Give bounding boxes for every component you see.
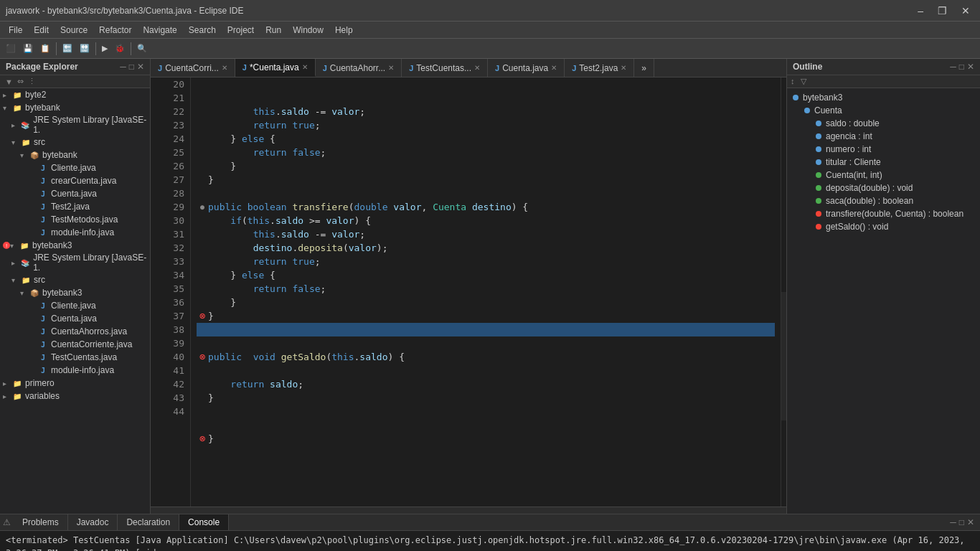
toolbar-button[interactable]: ⬛ <box>3 42 19 55</box>
bottom-tab-console[interactable]: Console <box>179 514 229 530</box>
toolbar-button[interactable]: 🔛 <box>77 42 93 55</box>
bottom-tab-declaration[interactable]: Declaration <box>118 514 179 530</box>
editor-tab-1[interactable]: J*Cuenta.java✕ <box>235 59 316 77</box>
tab-close-icon[interactable]: ✕ <box>551 64 557 72</box>
tree-item[interactable]: Jmodule-info.java <box>0 364 150 377</box>
editor-tab-0[interactable]: JCuentaCorri...✕ <box>151 59 235 77</box>
editor-tab-6[interactable]: » <box>634 59 654 77</box>
outline-item[interactable]: Cuenta <box>787 104 980 117</box>
toolbar-button[interactable]: 🔙 <box>60 42 75 55</box>
tree-item[interactable]: JcrearCuenta.java <box>0 174 150 187</box>
tree-item[interactable]: JCliente.java <box>0 299 150 312</box>
tree-item[interactable]: !▾📁bytebank3 <box>0 239 150 252</box>
tab-close-icon[interactable]: ✕ <box>474 64 480 72</box>
code-line <box>197 187 775 200</box>
bottom-minimize-icon[interactable]: ─ <box>950 517 956 527</box>
outline-filter-icon[interactable]: ▽ <box>798 77 809 86</box>
outline-item[interactable]: transfiere(double, Cuenta) : boolean <box>787 207 980 220</box>
close-button[interactable]: ✕ <box>957 5 974 17</box>
bottom-tab-problems[interactable]: Problems <box>14 514 68 530</box>
line-number: 28 <box>168 187 184 200</box>
outline-item[interactable]: agencia : int <box>787 130 980 143</box>
tree-node-label: CuentaAhorros.java <box>51 326 127 336</box>
menu-item-navigate[interactable]: Navigate <box>137 24 182 37</box>
toolbar-button[interactable]: 📋 <box>37 42 53 55</box>
pe-collapse-icon[interactable]: ▼ <box>3 77 15 86</box>
outline-item[interactable]: bytebank3 <box>787 91 980 104</box>
horizontal-scrollbar[interactable] <box>151 507 786 514</box>
tree-item[interactable]: JCuentaCorriente.java <box>0 338 150 351</box>
menu-item-run[interactable]: Run <box>260 24 287 37</box>
pe-minimize-icon[interactable]: ─ <box>120 62 126 72</box>
tree-item[interactable]: ▸📚JRE System Library [JavaSE-1. <box>0 252 150 273</box>
menu-item-project[interactable]: Project <box>222 24 260 37</box>
tree-item[interactable]: JCuentaAhorros.java <box>0 325 150 338</box>
menu-item-file[interactable]: File <box>3 24 28 37</box>
outline-item[interactable]: Cuenta(int, int) <box>787 169 980 182</box>
outline-item[interactable]: deposita(double) : void <box>787 182 980 194</box>
editor-tab-4[interactable]: JCuenta.java✕ <box>488 59 565 77</box>
outline-sort-icon[interactable]: ↕ <box>788 77 797 86</box>
bottom-tab-javadoc[interactable]: Javadoc <box>68 514 118 530</box>
pe-link-icon[interactable]: ⇔ <box>15 77 26 86</box>
tree-node-label: primero <box>25 378 55 388</box>
code-line: ⊗} <box>197 432 775 446</box>
toolbar-search-button[interactable]: 🔍 <box>134 42 150 55</box>
bottom-maximize-icon[interactable]: □ <box>959 517 964 527</box>
tab-close-icon[interactable]: ✕ <box>621 64 626 72</box>
outline-item[interactable]: saca(double) : boolean <box>787 194 980 207</box>
menu-item-source[interactable]: Source <box>55 24 93 37</box>
menu-item-window[interactable]: Window <box>287 24 329 37</box>
menu-item-edit[interactable]: Edit <box>28 24 55 37</box>
tree-item[interactable]: ▾📦bytebank <box>0 149 150 161</box>
toolbar-run-button[interactable]: ▶ <box>99 42 110 55</box>
outline-close-icon[interactable]: ✕ <box>967 62 974 72</box>
outline-item[interactable]: saldo : double <box>787 117 980 130</box>
pe-maximize-icon[interactable]: □ <box>129 62 134 72</box>
outline-item[interactable]: titular : Cliente <box>787 156 980 169</box>
line-number: 44 <box>168 405 184 418</box>
menu-item-refactor[interactable]: Refactor <box>93 24 137 37</box>
tree-item[interactable]: ▸📁variables <box>0 390 150 402</box>
bottom-close-icon[interactable]: ✕ <box>967 517 974 527</box>
line-number: 27 <box>168 173 184 187</box>
code-editor[interactable]: this.saldo -= valor; return true; } else… <box>191 77 781 507</box>
toolbar-separator <box>95 42 96 55</box>
tree-item[interactable]: JTestMetodos.java <box>0 213 150 226</box>
tree-item[interactable]: ▾📦bytebank3 <box>0 286 150 299</box>
editor-tab-2[interactable]: JCuentaAhorr...✕ <box>316 59 402 77</box>
editor-tab-5[interactable]: JTest2.java✕ <box>565 59 634 77</box>
tree-item[interactable]: ▸📚JRE System Library [JavaSE-1. <box>0 114 150 136</box>
tree-item[interactable]: ▾📁src <box>0 273 150 286</box>
tree-item[interactable]: ▸📁byte2 <box>0 88 150 101</box>
tab-close-icon[interactable]: ✕ <box>222 64 227 72</box>
pe-close-icon[interactable]: ✕ <box>137 62 144 72</box>
tree-item[interactable]: JTest2.java <box>0 200 150 213</box>
tree-item[interactable]: ▸📁primero <box>0 377 150 390</box>
tab-close-icon[interactable]: ✕ <box>388 64 394 72</box>
outline-item[interactable]: numero : int <box>787 143 980 156</box>
outline-item[interactable]: getSaldo() : void <box>787 220 980 233</box>
tree-item[interactable]: Jmodule-info.java <box>0 226 150 239</box>
tree-item[interactable]: JCuenta.java <box>0 187 150 200</box>
tab-close-icon[interactable]: ✕ <box>302 63 308 71</box>
tree-node-icon: J <box>37 364 49 376</box>
editor-tab-3[interactable]: JTestCuentas...✕ <box>402 59 488 77</box>
toolbar-button[interactable]: 💾 <box>20 42 36 55</box>
maximize-button[interactable]: ❐ <box>933 5 951 17</box>
outline-maximize-icon[interactable]: □ <box>959 62 964 72</box>
tree-item[interactable]: ▾📁bytebank <box>0 101 150 114</box>
menu-item-search[interactable]: Search <box>183 24 222 37</box>
pe-menu-icon[interactable]: ⋮ <box>26 77 38 86</box>
line-number: 40 <box>168 350 184 364</box>
tree-item[interactable]: ▾📁src <box>0 136 150 149</box>
tree-item[interactable]: JTestCuentas.java <box>0 351 150 364</box>
tree-node-icon: J <box>37 214 49 225</box>
toolbar-debug-button[interactable]: 🐞 <box>112 42 128 55</box>
outline-minimize-icon[interactable]: ─ <box>950 62 956 72</box>
tree-item[interactable]: JCliente.java <box>0 161 150 174</box>
minimize-button[interactable]: – <box>913 5 928 17</box>
code-text: } <box>208 309 214 323</box>
tree-item[interactable]: JCuenta.java <box>0 312 150 325</box>
menu-item-help[interactable]: Help <box>329 24 359 37</box>
